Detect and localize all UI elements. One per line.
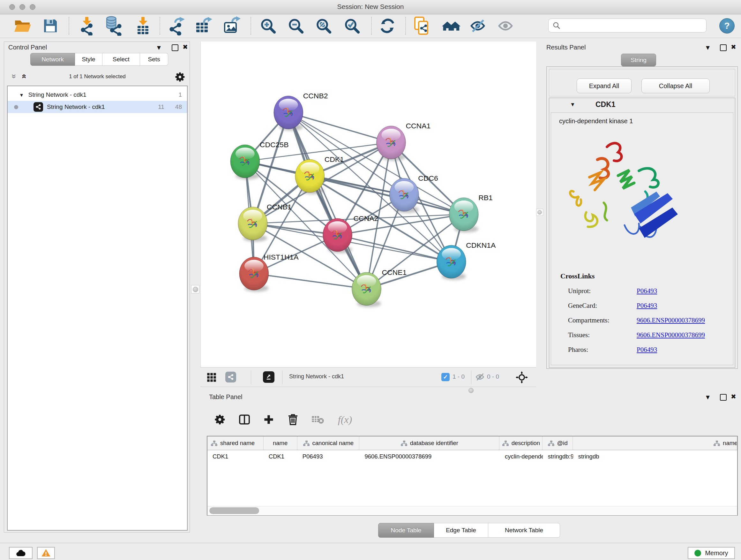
zoom-in-button[interactable]	[258, 16, 278, 36]
table-cell[interactable]: stringdb:9...	[543, 450, 573, 463]
function-builder-button-disabled[interactable]: f(x)	[334, 413, 356, 427]
network-row[interactable]: String Network - cdk1 11 48	[8, 101, 187, 113]
table-cell[interactable]: 9606.ENSP00000378699	[359, 450, 499, 463]
expand-all-button[interactable]: Expand All	[577, 78, 631, 93]
table-horizontal-scrollbar[interactable]	[207, 506, 737, 515]
grid-view-button[interactable]	[207, 373, 216, 383]
column-header-description[interactable]: description	[499, 436, 542, 450]
network-node-RB1[interactable]	[449, 198, 478, 233]
tab-network[interactable]: Network	[30, 53, 75, 66]
table-cell[interactable]: CDK1	[207, 450, 264, 463]
results-panel-menu-icon[interactable]: ▼	[704, 44, 711, 51]
control-panel-menu-icon[interactable]: ▼	[156, 44, 162, 51]
network-edge-CCNA2-CDKN1A[interactable]	[338, 235, 452, 262]
results-panel-float-icon[interactable]	[720, 44, 727, 51]
table-options-gear-button[interactable]	[213, 413, 227, 427]
network-edge-CCNB2-CCNE1[interactable]	[288, 112, 367, 289]
help-button[interactable]: ?	[719, 18, 735, 34]
column-header-shared-name[interactable]: shared name	[207, 436, 264, 450]
network-node-CDK1[interactable]	[295, 159, 325, 194]
column-header-namespace[interactable]: namespace	[573, 436, 737, 450]
crosslink-link[interactable]: 9606.ENSP00000378699	[636, 331, 705, 339]
right-splitter[interactable]	[536, 42, 542, 387]
zoom-out-button[interactable]	[286, 16, 306, 36]
control-panel-float-icon[interactable]	[172, 44, 179, 51]
horizontal-splitter-handle[interactable]	[468, 388, 474, 393]
right-splitter-handle[interactable]	[536, 209, 543, 216]
cdk1-collapse-icon[interactable]: ▼	[570, 102, 576, 108]
left-splitter-handle[interactable]	[191, 285, 199, 294]
save-session-button[interactable]	[40, 16, 61, 36]
zoom-selected-button[interactable]	[342, 16, 362, 36]
collapse-all-networks-icon[interactable]: «	[10, 74, 16, 78]
scrollbar-thumb[interactable]	[209, 507, 259, 514]
network-node-CCNA1[interactable]	[376, 126, 406, 161]
network-node-CCNB2[interactable]	[274, 96, 303, 131]
results-panel-close-icon[interactable]: ✖	[731, 44, 736, 50]
network-node-CDKN1A[interactable]	[436, 245, 466, 280]
delete-column-button[interactable]	[286, 413, 300, 427]
table-cell[interactable]: stringdb	[573, 450, 737, 463]
crosslink-link[interactable]: P06493	[636, 346, 657, 354]
collection-expand-icon[interactable]: ▼	[19, 92, 24, 98]
network-node-CCNE1[interactable]	[352, 272, 381, 307]
left-splitter[interactable]	[190, 42, 200, 533]
export-network-button[interactable]	[165, 16, 186, 36]
crosslink-link[interactable]: P06493	[636, 302, 657, 310]
table-panel-menu-icon[interactable]: ▼	[704, 394, 711, 400]
table-panel-close-icon[interactable]: ✖	[731, 393, 736, 400]
network-node-CCNB1[interactable]	[238, 207, 267, 242]
tab-network-table[interactable]: Network Table	[488, 523, 560, 538]
network-edge-CCNB2-CCNA1[interactable]	[288, 112, 391, 142]
duplicate-network-button[interactable]	[412, 16, 432, 36]
control-panel-close-icon[interactable]: ✖	[183, 44, 188, 50]
tab-string[interactable]: String	[621, 54, 656, 66]
import-table-file-button[interactable]	[132, 16, 153, 36]
export-table-button[interactable]	[193, 16, 213, 36]
tab-select[interactable]: Select	[103, 53, 140, 66]
network-node-CDC6[interactable]	[389, 178, 419, 213]
import-network-database-button[interactable]	[103, 16, 124, 36]
zoom-fit-button[interactable]	[313, 16, 334, 36]
column-header-canonical-name[interactable]: canonical name	[297, 436, 360, 450]
delete-table-button-disabled[interactable]	[311, 413, 325, 427]
birds-eye-home-button[interactable]	[441, 16, 461, 36]
network-collection-row[interactable]: ▼ String Network - cdk1 1	[8, 89, 187, 101]
create-column-button[interactable]	[262, 413, 276, 427]
table-cell[interactable]: cyclin-dependent ...	[500, 450, 543, 463]
network-edge-HIST1H1A-CCNE1[interactable]	[254, 273, 367, 289]
column-header-name[interactable]: name	[264, 436, 297, 450]
export-image-button[interactable]	[221, 16, 242, 36]
apply-layout-button[interactable]	[377, 16, 398, 36]
expand-all-networks-icon[interactable]: «	[21, 74, 28, 78]
cloud-status-button[interactable]	[9, 547, 32, 559]
search-input[interactable]	[563, 22, 702, 29]
network-node-HIST1H1A[interactable]	[239, 257, 269, 292]
network-edge-CDK1-RB1[interactable]	[310, 176, 464, 214]
tab-node-table[interactable]: Node Table	[378, 523, 434, 538]
table-panel-float-icon[interactable]	[720, 394, 727, 401]
import-network-file-button[interactable]	[76, 16, 97, 36]
network-canvas[interactable]: CCNB2CCNA1CDC25BCDK1CDC6RB1CCNB1CCNA2CDK…	[200, 42, 536, 367]
tab-edge-table[interactable]: Edge Table	[434, 523, 488, 538]
open-session-button[interactable]	[12, 16, 32, 36]
tab-style[interactable]: Style	[75, 53, 103, 66]
tab-sets[interactable]: Sets	[140, 53, 168, 66]
fit-selected-button[interactable]	[516, 371, 528, 385]
detach-view-button[interactable]	[263, 371, 274, 383]
warnings-button[interactable]	[37, 547, 55, 559]
network-node-CDC25B[interactable]	[230, 145, 260, 179]
show-all-button[interactable]	[496, 16, 516, 36]
memory-button[interactable]: Memory	[688, 547, 735, 559]
selected-checkbox[interactable]: ✓	[441, 373, 450, 381]
table-cell[interactable]: CDK1	[264, 450, 297, 463]
collapse-all-button[interactable]: Collapse All	[642, 78, 710, 93]
table-cell[interactable]: P06493	[297, 450, 360, 463]
network-options-gear-button[interactable]	[175, 71, 186, 84]
column-header-database-identifier[interactable]: database identifier	[359, 436, 499, 450]
column-header--id[interactable]: @id	[542, 436, 573, 450]
crosslink-link[interactable]: P06493	[636, 287, 657, 295]
show-columns-button[interactable]	[238, 413, 252, 427]
crosslink-link[interactable]: 9606.ENSP00000378699	[636, 316, 705, 324]
hide-selected-button[interactable]	[468, 16, 488, 36]
